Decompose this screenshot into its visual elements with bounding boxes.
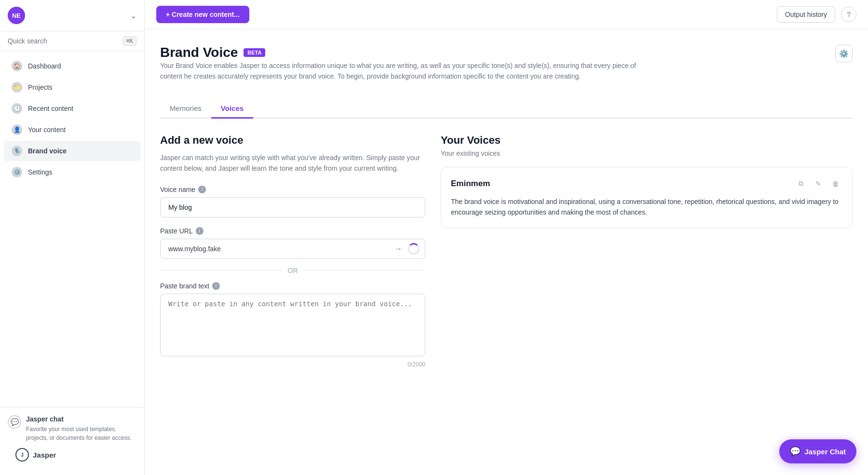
jasper-logo-circle: J	[15, 448, 29, 461]
chevron-down-icon[interactable]: ⌄	[130, 11, 136, 20]
paste-url-label-container: Paste URL i	[160, 227, 425, 235]
tab-voices[interactable]: Voices	[211, 99, 253, 119]
page-title-row: Brand Voice BETA	[160, 45, 642, 60]
paste-url-info-icon[interactable]: i	[196, 227, 203, 235]
two-col-layout: Add a new voice Jasper can match your wr…	[160, 119, 853, 475]
jasper-chat-sidebar[interactable]: 💬 Jasper chat Favorite your most used te…	[8, 415, 136, 442]
url-loading-spinner	[408, 243, 420, 255]
add-voice-title: Add a new voice	[160, 134, 425, 147]
copy-voice-button[interactable]: ⧉	[794, 177, 808, 190]
url-input-wrapper: →	[160, 239, 425, 259]
nav-items-container: 🏠 Dashboard 📁 Projects 🕐 Recent content …	[0, 51, 144, 407]
output-history-button[interactable]: Output history	[777, 6, 835, 23]
content-area: Brand Voice BETA Your Brand Voice enable…	[145, 29, 868, 475]
delete-voice-button[interactable]: 🗑	[829, 177, 842, 190]
voice-actions: ⧉ ✎ 🗑	[794, 177, 842, 190]
page-header: Brand Voice BETA Your Brand Voice enable…	[160, 45, 853, 94]
jasper-chat-float-label: Jasper Chat	[804, 448, 846, 456]
tabs: Memories Voices	[160, 99, 853, 119]
topbar: + Create new content... Output history ?	[145, 0, 868, 29]
dashboard-icon: 🏠	[12, 61, 22, 71]
voice-card: Eminmem ⧉ ✎ 🗑 The brand voice is motivat…	[441, 167, 853, 228]
edit-voice-button[interactable]: ✎	[812, 177, 825, 190]
brand-voice-icon: 🎙️	[12, 146, 22, 156]
voice-name-label: Voice name	[160, 186, 195, 193]
voice-name-info-icon[interactable]: i	[198, 186, 206, 193]
jasper-logo: J Jasper	[8, 442, 136, 467]
url-arrow-icon: →	[394, 244, 402, 253]
char-count: 0/2000	[160, 361, 425, 368]
projects-icon: 📁	[12, 82, 22, 93]
paste-brand-text-info-icon[interactable]: i	[212, 282, 220, 290]
tab-memories[interactable]: Memories	[160, 99, 211, 119]
sidebar-item-label: Settings	[28, 168, 53, 176]
page-settings-button[interactable]: ⚙️	[835, 45, 853, 62]
sidebar-item-brand-voice[interactable]: 🎙️ Brand voice	[4, 141, 140, 161]
voice-description: The brand voice is motivational and insp…	[451, 196, 842, 218]
add-voice-form: Add a new voice Jasper can match your wr…	[160, 134, 425, 475]
jasper-chat-float-button[interactable]: 💬 Jasper Chat	[779, 439, 856, 463]
jasper-chat-sidebar-icon: 💬	[8, 415, 21, 429]
create-new-content-button[interactable]: + Create new content...	[156, 6, 249, 23]
jasper-chat-sidebar-desc: Favorite your most used templates, proje…	[26, 425, 136, 442]
user-avatar[interactable]: NE	[8, 7, 25, 24]
voices-desc: Your existing voices	[441, 149, 853, 157]
quick-search-shortcut: ⌘K	[123, 36, 136, 46]
sidebar: NE ⌄ Quick search ⌘K 🏠 Dashboard 📁 Proje…	[0, 0, 145, 475]
chat-bubble-icon: 💬	[790, 446, 800, 457]
jasper-logo-label: Jasper	[33, 451, 56, 459]
sidebar-item-your-content[interactable]: 👤 Your content	[4, 120, 140, 140]
paste-url-label: Paste URL	[160, 227, 193, 235]
paste-brand-text-label-container: Paste brand text i	[160, 282, 425, 290]
sidebar-item-settings[interactable]: ⚙️ Settings	[4, 162, 140, 182]
topbar-right: Output history ?	[777, 6, 856, 23]
paste-brand-text-label: Paste brand text	[160, 282, 209, 290]
sidebar-item-label: Your content	[28, 126, 66, 134]
or-divider: OR	[160, 267, 425, 274]
page-header-left: Brand Voice BETA Your Brand Voice enable…	[160, 45, 642, 94]
page-title: Brand Voice	[160, 45, 238, 60]
page-description: Your Brand Voice enables Jasper to acces…	[160, 60, 642, 82]
sidebar-header: NE ⌄	[0, 0, 144, 31]
jasper-chat-sidebar-title: Jasper chat	[26, 415, 136, 423]
your-voices-panel: Your Voices Your existing voices Eminmem…	[441, 134, 853, 475]
voices-title: Your Voices	[441, 134, 853, 147]
sidebar-item-label: Brand voice	[28, 147, 67, 155]
sidebar-item-recent-content[interactable]: 🕐 Recent content	[4, 98, 140, 119]
voice-name-label-container: Voice name i	[160, 186, 425, 193]
beta-badge: BETA	[244, 48, 265, 57]
voice-name: Eminmem	[451, 179, 490, 189]
voice-name-input[interactable]	[160, 197, 425, 217]
your-content-icon: 👤	[12, 124, 22, 135]
settings-icon: ⚙️	[12, 167, 22, 177]
sidebar-item-label: Recent content	[28, 105, 73, 112]
add-voice-desc: Jasper can match your writing style with…	[160, 152, 425, 174]
sidebar-item-label: Dashboard	[28, 62, 61, 70]
sidebar-bottom: 💬 Jasper chat Favorite your most used te…	[0, 407, 144, 475]
sidebar-item-dashboard[interactable]: 🏠 Dashboard	[4, 56, 140, 76]
quick-search-label: Quick search	[8, 37, 47, 45]
paste-url-input[interactable]	[160, 239, 425, 259]
sidebar-item-label: Projects	[28, 83, 53, 91]
quick-search[interactable]: Quick search ⌘K	[0, 31, 144, 51]
main: + Create new content... Output history ?…	[145, 0, 868, 475]
recent-icon: 🕐	[12, 103, 22, 114]
help-button[interactable]: ?	[841, 7, 856, 22]
sidebar-item-projects[interactable]: 📁 Projects	[4, 77, 140, 97]
jasper-chat-sidebar-content: Jasper chat Favorite your most used temp…	[26, 415, 136, 442]
paste-brand-text-input[interactable]	[160, 294, 425, 356]
or-label: OR	[288, 267, 298, 274]
voice-card-header: Eminmem ⧉ ✎ 🗑	[451, 177, 842, 190]
